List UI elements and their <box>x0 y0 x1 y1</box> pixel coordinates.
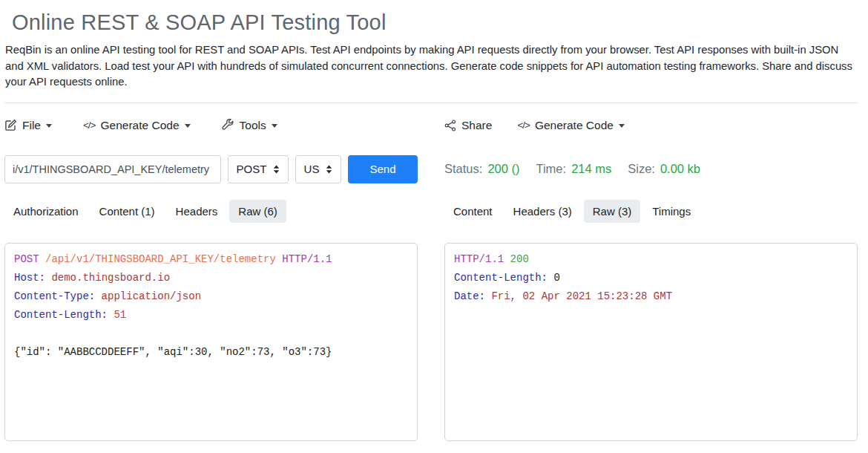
size-stat: Size: 0.00 kb <box>628 162 700 176</box>
response-date-line: Date: Fri, 02 Apr 2021 15:23:28 GMT <box>454 287 848 306</box>
time-label: Time: <box>536 162 566 176</box>
updown-arrows-icon <box>273 165 280 174</box>
wrench-icon <box>222 119 234 131</box>
page-description: ReqBin is an online API testing tool for… <box>5 42 857 91</box>
response-generate-code-label: Generate Code <box>535 119 614 132</box>
status-stat: Status: 200 () <box>444 162 519 176</box>
code-icon: </> <box>517 120 530 131</box>
content-type-header-line: Content-Type: application/json <box>14 287 408 306</box>
tab-response-headers[interactable]: Headers (3) <box>504 200 581 223</box>
share-label: Share <box>461 119 492 132</box>
tab-response-raw[interactable]: Raw (3) <box>584 200 641 223</box>
time-stat: Time: 214 ms <box>536 162 611 176</box>
updown-arrows-icon <box>326 165 332 174</box>
method-select[interactable]: POST <box>228 155 289 183</box>
caret-down-icon <box>46 124 52 131</box>
response-raw-panel: HTTP/1.1 200 Content-Length: 0 Date: Fri… <box>444 243 858 441</box>
request-tabs: Authorization Content (1) Headers Raw (6… <box>4 200 418 223</box>
content-length-header-line: Content-Length: 51 <box>14 306 408 325</box>
request-pane: File </> Generate Code Tools <box>4 103 418 441</box>
blank-line <box>14 325 408 343</box>
file-menu-label: File <box>22 119 41 132</box>
status-line: HTTP/1.1 200 <box>454 250 848 269</box>
file-edit-icon <box>4 119 17 131</box>
time-value: 214 ms <box>571 162 611 176</box>
request-body-line: {"id": "AABBCCDDEEFF", "aqi":30, "no2":7… <box>14 343 408 362</box>
tab-raw[interactable]: Raw (6) <box>229 200 286 223</box>
page-title: Online REST & SOAP API Testing Tool <box>12 10 858 35</box>
tab-response-content[interactable]: Content <box>444 200 502 223</box>
request-raw-panel[interactable]: POST /api/v1/THINGSBOARD_API_KEY/telemet… <box>4 243 418 441</box>
host-header-line: Host: demo.thingsboard.io <box>14 269 408 287</box>
file-menu[interactable]: File <box>4 119 52 132</box>
status-value: 200 () <box>487 162 519 176</box>
request-line: POST /api/v1/THINGSBOARD_API_KEY/telemet… <box>14 250 408 269</box>
tools-menu[interactable]: Tools <box>222 119 277 132</box>
region-select[interactable]: US <box>295 155 341 183</box>
code-icon: </> <box>83 120 96 131</box>
request-url-row: POST US Send <box>4 155 418 183</box>
request-toolbar: File </> Generate Code Tools <box>4 115 418 136</box>
response-toolbar: Share </> Generate Code <box>444 115 858 136</box>
response-status-bar: Status: 200 () Time: 214 ms Size: 0.00 k… <box>444 155 858 183</box>
status-label: Status: <box>444 162 482 176</box>
send-button[interactable]: Send <box>348 155 418 183</box>
caret-down-icon <box>272 124 277 131</box>
method-select-value: POST <box>237 163 267 175</box>
share-button[interactable]: Share <box>444 119 492 132</box>
region-select-value: US <box>304 163 320 175</box>
tab-headers[interactable]: Headers <box>167 200 227 223</box>
generate-code-menu[interactable]: </> Generate Code <box>83 119 191 132</box>
main-columns: File </> Generate Code Tools <box>4 103 858 441</box>
tab-response-timings[interactable]: Timings <box>643 200 700 223</box>
tab-content[interactable]: Content (1) <box>91 200 164 223</box>
tools-menu-label: Tools <box>240 119 266 132</box>
size-value: 0.00 kb <box>660 162 700 176</box>
tab-authorization[interactable]: Authorization <box>4 200 88 223</box>
share-icon <box>444 120 456 131</box>
response-tabs: Content Headers (3) Raw (3) Timings <box>444 200 858 223</box>
generate-code-label: Generate Code <box>101 119 180 132</box>
caret-down-icon <box>185 124 191 131</box>
response-pane: Share </> Generate Code Status: 200 () T… <box>444 103 858 441</box>
reqbin-page: Online REST & SOAP API Testing Tool ReqB… <box>0 10 868 441</box>
caret-down-icon <box>619 124 625 131</box>
response-content-length-line: Content-Length: 0 <box>454 269 848 287</box>
url-input[interactable] <box>4 155 221 183</box>
response-generate-code-menu[interactable]: </> Generate Code <box>517 119 625 132</box>
size-label: Size: <box>628 162 655 176</box>
